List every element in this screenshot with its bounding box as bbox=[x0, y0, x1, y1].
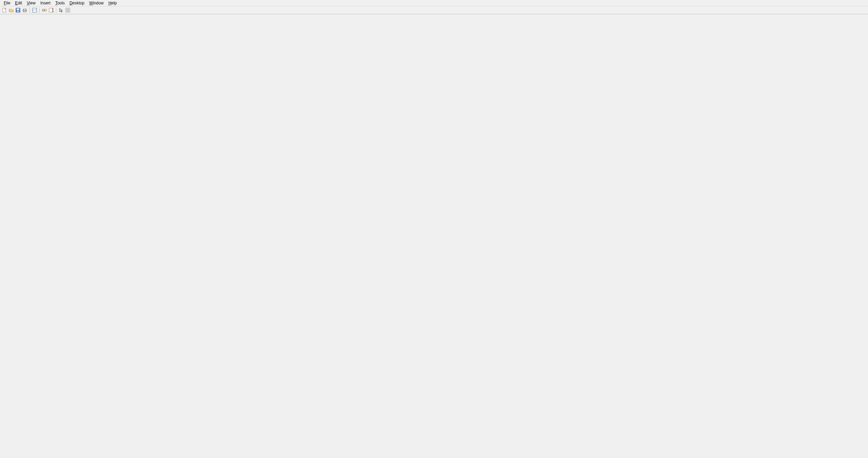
svg-rect-6 bbox=[24, 11, 26, 12]
arrow-icon[interactable] bbox=[58, 7, 64, 13]
print-icon[interactable] bbox=[22, 7, 28, 13]
menu-view[interactable]: View bbox=[24, 0, 38, 6]
new-figure-icon[interactable] bbox=[1, 7, 7, 13]
toolbar bbox=[0, 6, 868, 14]
open-icon[interactable] bbox=[8, 7, 14, 13]
svg-rect-3 bbox=[17, 11, 19, 12]
svg-rect-5 bbox=[24, 8, 26, 10]
toolbar-sep bbox=[29, 7, 30, 13]
save-icon[interactable] bbox=[15, 7, 21, 13]
menu-desktop[interactable]: Desktop bbox=[67, 0, 87, 6]
menu-insert[interactable]: Insert bbox=[38, 0, 53, 6]
menubar: File Edit View Insert Tools Desktop Wind… bbox=[0, 0, 868, 6]
menu-file[interactable]: File bbox=[1, 0, 13, 6]
menu-help[interactable]: Help bbox=[106, 0, 119, 6]
menu-window[interactable]: Window bbox=[87, 0, 106, 6]
axes[interactable] bbox=[0, 16, 868, 457]
figure-window: File Edit View Insert Tools Desktop Wind… bbox=[0, 0, 868, 458]
svg-rect-14 bbox=[52, 8, 53, 9]
link-icon[interactable] bbox=[41, 7, 47, 13]
svg-rect-2 bbox=[17, 8, 19, 10]
menu-tools[interactable]: Tools bbox=[53, 0, 67, 6]
svg-point-8 bbox=[35, 9, 36, 11]
menu-edit[interactable]: Edit bbox=[13, 0, 24, 6]
toolbar-sep bbox=[56, 7, 56, 13]
data-cursor-icon[interactable] bbox=[32, 7, 38, 13]
figure-canvas bbox=[0, 14, 868, 458]
toolbar-sep bbox=[39, 7, 40, 13]
svg-rect-15 bbox=[52, 11, 53, 12]
colorbar-icon[interactable] bbox=[48, 7, 54, 13]
plot-edit-icon[interactable] bbox=[65, 7, 71, 13]
